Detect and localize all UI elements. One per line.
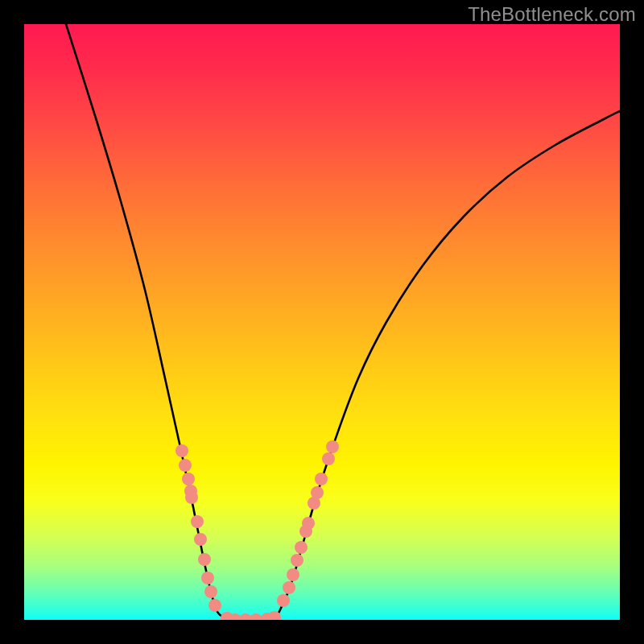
markers-group: [175, 440, 339, 620]
attribution-text: TheBottleneck.com: [468, 3, 636, 26]
data-marker: [179, 459, 192, 472]
data-marker: [291, 554, 303, 567]
data-marker: [208, 599, 221, 612]
data-marker: [198, 553, 211, 566]
data-marker: [283, 581, 295, 594]
right-curve-path: [276, 111, 620, 618]
data-marker: [302, 517, 315, 530]
data-marker: [326, 440, 339, 453]
data-marker: [191, 515, 204, 528]
data-marker: [185, 491, 198, 504]
data-marker: [175, 444, 188, 457]
data-marker: [194, 533, 207, 546]
data-marker: [311, 486, 324, 499]
chart-overlay-svg: [24, 24, 620, 620]
chart-frame: TheBottleneck.com: [0, 0, 644, 644]
data-marker: [277, 594, 290, 607]
plot-area: [24, 24, 620, 620]
data-marker: [204, 585, 217, 598]
data-marker: [201, 572, 214, 584]
data-marker: [287, 568, 299, 581]
data-marker: [322, 452, 335, 465]
data-marker: [295, 541, 308, 554]
left-curve-path: [66, 24, 225, 618]
data-marker: [182, 473, 195, 485]
data-marker: [315, 473, 328, 485]
data-marker: [250, 613, 262, 620]
